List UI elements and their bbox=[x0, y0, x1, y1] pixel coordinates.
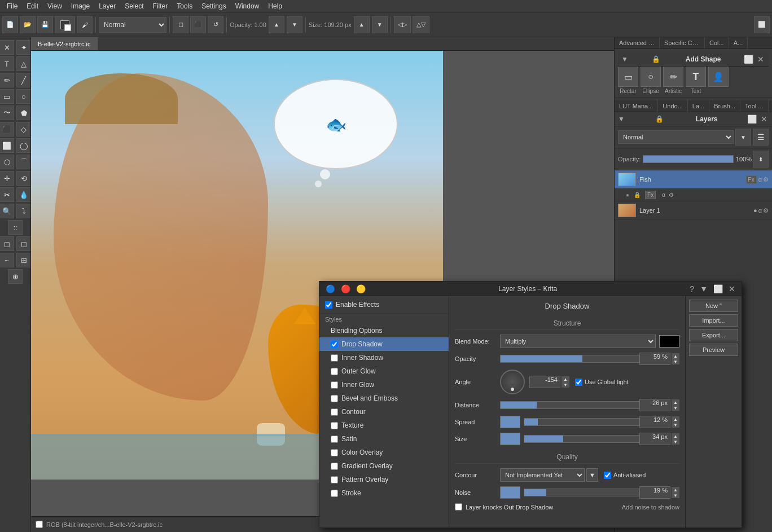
noise-down-arrow[interactable]: ▼ bbox=[672, 493, 679, 498]
opacity-spinner-val[interactable]: 59 % bbox=[639, 353, 670, 365]
angle-down-arrow[interactable]: ▼ bbox=[562, 382, 569, 388]
drop-shadow-checkbox[interactable] bbox=[331, 341, 338, 348]
tool-select-rect[interactable]: ⬜ bbox=[0, 138, 14, 153]
ls-minimize-btn[interactable]: 🔵 bbox=[324, 284, 337, 293]
layers-mode-select[interactable]: Normal bbox=[618, 130, 734, 144]
menu-window[interactable]: Window bbox=[231, 1, 264, 11]
wrap-btn[interactable]: ⬜ bbox=[754, 16, 770, 33]
layers-close-btn[interactable]: ✕ bbox=[760, 115, 769, 124]
ls-item-inner-shadow[interactable]: Inner Shadow bbox=[319, 351, 449, 364]
spread-slider[interactable] bbox=[524, 418, 639, 426]
layer-knocks-checkbox[interactable] bbox=[455, 503, 462, 511]
bevel-emboss-checkbox[interactable] bbox=[331, 395, 338, 402]
tool-crop[interactable]: ✂ bbox=[0, 187, 14, 202]
open-btn[interactable]: 📂 bbox=[20, 16, 36, 33]
menu-layer[interactable]: Layer bbox=[94, 1, 120, 11]
brush-preset[interactable]: 🖌 bbox=[77, 16, 93, 33]
contour-select[interactable]: Not Implemented Yet bbox=[500, 468, 585, 482]
tool-grid[interactable]: :: bbox=[8, 220, 23, 235]
ls-shade-btn[interactable]: ▼ bbox=[698, 284, 709, 293]
contour-checkbox[interactable] bbox=[331, 408, 338, 416]
ls-item-color-overlay[interactable]: Color Overlay bbox=[319, 446, 449, 459]
shape-tool-user[interactable]: 👤 bbox=[708, 67, 729, 94]
tool-smudge[interactable]: ~ bbox=[0, 253, 14, 267]
tool-select-ellipse[interactable]: ◯ bbox=[16, 138, 31, 153]
distance-up-arrow[interactable]: ▲ bbox=[672, 399, 679, 405]
tool-pencil[interactable]: ✏ bbox=[0, 73, 14, 87]
shape-tool-text[interactable]: T Text bbox=[686, 67, 706, 94]
tool-select-points[interactable]: ◻ bbox=[16, 236, 31, 251]
ds-blend-mode-select[interactable]: Multiply bbox=[500, 335, 656, 348]
import-btn[interactable]: Import... bbox=[689, 314, 738, 327]
opacity-up-arrow[interactable]: ▲ bbox=[672, 353, 679, 359]
pattern-overlay-checkbox[interactable] bbox=[331, 476, 338, 483]
preserve-alpha-btn[interactable]: ⬛ bbox=[190, 16, 206, 33]
save-btn[interactable]: 💾 bbox=[37, 16, 53, 33]
outer-glow-checkbox[interactable] bbox=[331, 368, 338, 375]
ls-close-x-btn[interactable]: ✕ bbox=[727, 284, 737, 293]
shape-tool-rect[interactable]: ▭ Rectar bbox=[618, 67, 638, 94]
export-btn[interactable]: Export... bbox=[689, 329, 738, 341]
tool-close[interactable]: ✦ bbox=[16, 40, 31, 55]
ls-item-outer-glow[interactable]: Outer Glow bbox=[319, 364, 449, 378]
enable-effects-checkbox[interactable] bbox=[325, 301, 332, 309]
menu-tools[interactable]: Tools bbox=[172, 1, 197, 11]
tab-a[interactable]: A... bbox=[729, 37, 748, 49]
ls-item-drop-shadow[interactable]: Drop Shadow bbox=[319, 337, 449, 351]
add-shape-close-btn[interactable]: ✕ bbox=[756, 55, 765, 64]
tab-col[interactable]: Col... bbox=[705, 37, 729, 49]
ls-item-blending[interactable]: Blending Options bbox=[319, 324, 449, 337]
opacity-spinner-down[interactable]: ▼ bbox=[287, 16, 302, 33]
tool-shape[interactable]: △ bbox=[16, 56, 31, 71]
ls-close-btn[interactable]: 🔴 bbox=[339, 284, 352, 293]
tool-freehand[interactable]: 〜 bbox=[0, 105, 14, 120]
gradient-overlay-checkbox[interactable] bbox=[331, 463, 338, 470]
tool-transform[interactable]: ✕ bbox=[0, 40, 14, 55]
eraser-btn[interactable]: ◻ bbox=[173, 16, 188, 33]
menu-filter[interactable]: Filter bbox=[148, 1, 173, 11]
tool-eyedropper[interactable]: 💧 bbox=[16, 187, 31, 202]
tool-transform2[interactable]: ⟲ bbox=[16, 171, 31, 186]
distance-spinner-val[interactable]: 26 px bbox=[639, 399, 670, 411]
tool-rect[interactable]: ▭ bbox=[0, 89, 14, 104]
ls-item-contour[interactable]: Contour bbox=[319, 405, 449, 419]
shadow-color-box[interactable] bbox=[659, 335, 679, 348]
tool-poly[interactable]: ⬟ bbox=[16, 105, 31, 120]
inner-shadow-checkbox[interactable] bbox=[331, 354, 338, 362]
tab-lut-manager[interactable]: LUT Mana... bbox=[615, 100, 658, 112]
menu-settings[interactable]: Settings bbox=[197, 1, 230, 11]
satin-checkbox[interactable] bbox=[331, 436, 338, 443]
tool-mirror[interactable]: ⊕ bbox=[8, 269, 23, 284]
color-fg-bg[interactable] bbox=[55, 16, 75, 33]
tool-select-path[interactable]: ◻ bbox=[0, 236, 14, 251]
new-style-btn[interactable]: New " bbox=[689, 300, 738, 312]
ls-item-texture[interactable]: Texture bbox=[319, 419, 449, 432]
tool-text[interactable]: T bbox=[0, 56, 14, 71]
global-light-checkbox[interactable] bbox=[575, 379, 582, 386]
size-down-arrow[interactable]: ▼ bbox=[672, 439, 679, 445]
tool-clone[interactable]: ⊞ bbox=[16, 253, 31, 267]
tab-specific-color[interactable]: Specific Colo... bbox=[660, 37, 705, 49]
spread-up-arrow[interactable]: ▲ bbox=[672, 416, 679, 422]
size-spinner-up[interactable]: ▲ bbox=[354, 16, 370, 33]
distance-down-arrow[interactable]: ▼ bbox=[672, 405, 679, 411]
color-overlay-checkbox[interactable] bbox=[331, 449, 338, 456]
noise-up-arrow[interactable]: ▲ bbox=[672, 487, 679, 493]
ls-item-inner-glow[interactable]: Inner Glow bbox=[319, 378, 449, 392]
size-up-arrow[interactable]: ▲ bbox=[672, 433, 679, 439]
mirror-v-btn[interactable]: △▽ bbox=[413, 16, 429, 33]
opacity-down-arrow[interactable]: ▼ bbox=[672, 359, 679, 364]
shape-tool-ellipse[interactable]: ○ Ellipse bbox=[641, 67, 661, 94]
layer-fish[interactable]: Fish Fx α ⚙ bbox=[615, 170, 772, 189]
tab-undo[interactable]: Undo... bbox=[658, 100, 687, 112]
ls-item-satin[interactable]: Satin bbox=[319, 432, 449, 446]
size-spinner-down[interactable]: ▼ bbox=[372, 16, 388, 33]
distance-slider[interactable] bbox=[500, 401, 639, 409]
ls-item-gradient-overlay[interactable]: Gradient Overlay bbox=[319, 459, 449, 473]
menu-edit[interactable]: Edit bbox=[22, 1, 43, 11]
new-btn[interactable]: 📄 bbox=[2, 16, 18, 33]
tool-zoom[interactable]: 🔍 bbox=[0, 204, 14, 218]
angle-wheel[interactable] bbox=[500, 370, 525, 394]
reset-btn[interactable]: ↺ bbox=[208, 16, 223, 33]
mirror-h-btn[interactable]: ◁▷ bbox=[394, 16, 411, 33]
